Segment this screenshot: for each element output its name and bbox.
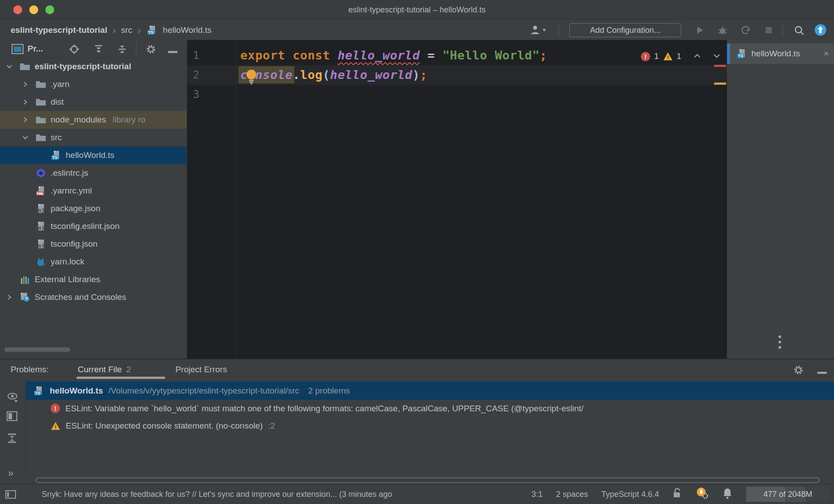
yml-file-icon: YML	[35, 185, 47, 196]
memory-indicator[interactable]: 477 of 2048M	[746, 487, 830, 502]
next-problem-icon[interactable]	[712, 51, 721, 61]
editor-tab-helloworld[interactable]: TS helloWorld.ts ×	[730, 43, 834, 64]
tree-item-tsconfig-json[interactable]: {@} tsconfig.json	[0, 235, 187, 253]
tree-item-scratches[interactable]: Scratches and Consoles	[0, 288, 187, 306]
tree-item-src-folder[interactable]: src	[0, 129, 187, 146]
run-icon[interactable]	[694, 24, 705, 38]
tree-item-node-modules-folder[interactable]: node_modules library ro	[0, 111, 187, 129]
search-everywhere-icon[interactable]	[793, 24, 806, 39]
project-tool-window: Pr... eslint-typescript-tut	[0, 40, 187, 358]
unlock-icon[interactable]	[672, 488, 682, 501]
main-toolbar: eslint-typescript-tutorial › src › TS he…	[0, 20, 834, 40]
chevron-down-icon[interactable]: ▾	[543, 26, 546, 33]
chevron-collapsed-icon[interactable]	[20, 98, 31, 106]
breadcrumb-project[interactable]: eslint-typescript-tutorial	[11, 25, 107, 35]
tree-item-suffix: library ro	[113, 115, 146, 125]
expand-all-icon[interactable]	[93, 44, 104, 56]
intention-bulb-icon[interactable]	[245, 68, 258, 87]
line-number: 3	[187, 85, 199, 104]
tree-item-dist-folder[interactable]: dist	[0, 93, 187, 111]
method-token: log	[300, 68, 323, 82]
project-tree: eslint-typescript-tutorial .yarn dist no…	[0, 58, 187, 306]
problem-row-warning[interactable]: ! ESLint: Unexpected console statement. …	[26, 417, 834, 434]
debug-icon[interactable]	[717, 24, 728, 38]
code-editor[interactable]: 1 2 3 export const hello_world = "Hello …	[187, 40, 727, 358]
problem-row-error[interactable]: ! ESLint: Variable name `hello_world` mu…	[26, 400, 834, 417]
svg-text:TS: TS	[738, 54, 743, 58]
folder-icon	[35, 80, 47, 89]
caret-position-widget[interactable]: 3:1	[532, 490, 543, 499]
locate-file-icon[interactable]	[69, 44, 79, 56]
warning-icon: !	[51, 421, 60, 430]
tool-window-toggle-icon[interactable]	[5, 490, 16, 500]
svg-text:TS: TS	[52, 155, 58, 160]
warning-count: 1	[677, 51, 682, 61]
error-stripe-mark[interactable]	[714, 65, 726, 67]
snyk-update-icon[interactable]	[695, 487, 709, 502]
typescript-file-icon: TS	[146, 25, 158, 35]
problems-horizontal-scrollbar[interactable]	[36, 477, 820, 483]
chevron-expanded-icon[interactable]	[20, 134, 31, 142]
active-tab-indicator	[727, 43, 730, 64]
project-tool-icon[interactable]	[12, 44, 24, 56]
folder-icon	[35, 115, 47, 124]
collapse-all-icon[interactable]	[6, 432, 18, 445]
problems-file-row[interactable]: TS helloWorld.ts /Volumes/v/yytypescript…	[26, 382, 834, 400]
notifications-bell-icon[interactable]	[722, 488, 733, 501]
tree-item-label: .yarnrc.yml	[51, 186, 92, 196]
tree-horizontal-scrollbar[interactable]	[4, 347, 70, 352]
gear-icon[interactable]	[793, 365, 804, 377]
tree-item-yarnrc-file[interactable]: YML .yarnrc.yml	[0, 182, 187, 200]
tab-strip-overflow-icon[interactable]	[778, 335, 781, 349]
typescript-version-widget[interactable]: TypeScript 4.6.4	[601, 490, 659, 499]
warning-stripe-mark[interactable]	[714, 83, 726, 85]
breadcrumb-file[interactable]: helloWorld.ts	[163, 25, 211, 35]
stop-icon[interactable]	[763, 24, 774, 38]
tree-item-label: package.json	[51, 204, 100, 213]
project-panel-header: Pr...	[0, 40, 187, 58]
previous-problem-icon[interactable]	[693, 51, 702, 61]
tree-item-yarn-lock[interactable]: yarn.lock	[0, 253, 187, 271]
svg-text:YML: YML	[37, 192, 44, 196]
problems-file-path: /Volumes/v/yytypescript/eslint-typescrip…	[108, 386, 299, 396]
chevron-expanded-icon[interactable]	[4, 63, 15, 71]
indent-widget[interactable]: 2 spaces	[556, 490, 588, 499]
hide-panel-icon[interactable]	[168, 47, 178, 55]
tree-item-label: yarn.lock	[51, 257, 84, 267]
show-more-icon[interactable]: »	[8, 468, 13, 479]
tab-project-errors[interactable]: Project Errors	[175, 359, 227, 380]
collapse-all-icon[interactable]	[117, 44, 127, 56]
close-icon[interactable]: ×	[824, 49, 829, 59]
breadcrumb: eslint-typescript-tutorial › src › TS he…	[11, 20, 211, 40]
tree-item-external-libraries[interactable]: External Libraries	[0, 271, 187, 288]
breadcrumb-src[interactable]: src	[121, 25, 132, 35]
code-line-2: console.log(hello_world);	[240, 65, 427, 85]
tree-item-project-root[interactable]: eslint-typescript-tutorial	[0, 58, 187, 75]
gear-icon[interactable]	[146, 44, 156, 56]
chevron-collapsed-icon[interactable]	[20, 116, 31, 124]
add-configuration-button[interactable]: Add Configuration...	[569, 23, 681, 37]
tree-item-tsconfig-eslint-json[interactable]: {@} tsconfig.eslint.json	[0, 217, 187, 235]
hide-panel-icon[interactable]	[817, 368, 827, 376]
svg-text:TS: TS	[35, 391, 40, 395]
line-number: 1	[187, 46, 199, 65]
paren-token: (	[322, 68, 330, 82]
tree-item-helloworld-file[interactable]: TS helloWorld.ts	[0, 146, 187, 164]
update-available-icon[interactable]	[814, 23, 827, 39]
tree-item-package-json[interactable]: {@} package.json	[0, 200, 187, 217]
preview-eye-icon[interactable]	[6, 391, 20, 406]
inspections-widget[interactable]: ! 1 ! 1	[641, 51, 721, 61]
tree-item-label: tsconfig.json	[51, 239, 98, 249]
tree-item-eslintrc-file[interactable]: .eslintrc.js	[0, 164, 187, 182]
json-file-icon: {@}	[35, 203, 47, 214]
open-preview-icon[interactable]	[6, 411, 19, 423]
editor-tab-strip: TS helloWorld.ts ×	[727, 40, 834, 358]
profiler-icon[interactable]	[740, 24, 751, 38]
chevron-collapsed-icon[interactable]	[20, 80, 31, 88]
chevron-collapsed-icon[interactable]	[4, 293, 15, 301]
problems-tool-window: Problems: Current File2 Project Errors »…	[0, 359, 834, 484]
status-message[interactable]: Snyk: Have any ideas or feedback for us?…	[42, 484, 508, 504]
project-panel-title[interactable]: Pr...	[28, 40, 43, 58]
tree-item-yarn-folder[interactable]: .yarn	[0, 75, 187, 93]
user-account-icon[interactable]	[529, 24, 542, 38]
